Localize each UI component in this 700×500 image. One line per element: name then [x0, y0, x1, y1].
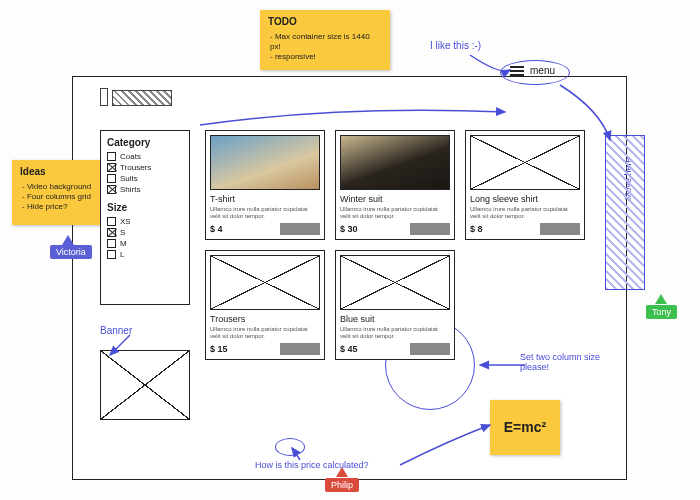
category-option[interactable]: Coats — [107, 152, 183, 161]
product-desc: Ullamco irure nulla pariatur cupidatat v… — [340, 326, 450, 339]
formula-text: E=mc² — [504, 419, 546, 437]
option-label: M — [120, 239, 127, 248]
product-card[interactable]: Long sleeve shirtUllamco irure nulla par… — [465, 130, 585, 240]
size-option[interactable]: XS — [107, 217, 183, 226]
product-price: $ 45 — [340, 344, 358, 354]
sticky-title: TODO — [268, 16, 382, 29]
header-placeholder — [100, 88, 172, 108]
filter-panel[interactable]: Category CoatsTrousersSuitsShirts Size X… — [100, 130, 190, 305]
product-desc: Ullamco irure nulla pariatur cupidatat v… — [210, 326, 320, 339]
sticky-title: Ideas — [20, 166, 99, 179]
checkbox-icon[interactable] — [107, 152, 116, 161]
option-label: XS — [120, 217, 131, 226]
sticky-note-formula[interactable]: E=mc² — [490, 400, 560, 455]
filter-heading-size: Size — [107, 202, 183, 213]
product-card[interactable]: Winter suitUllamco irure nulla pariatur … — [335, 130, 455, 240]
filter-heading-category: Category — [107, 137, 183, 148]
checkbox-icon[interactable] — [107, 250, 116, 259]
product-name: T-shirt — [210, 194, 320, 204]
product-name: Long sleeve shirt — [470, 194, 580, 204]
annotation-price[interactable]: How is this price calculated? — [255, 460, 369, 470]
product-price: $ 8 — [470, 224, 483, 234]
category-option[interactable]: Suits — [107, 174, 183, 183]
option-label: S — [120, 228, 125, 237]
ink-circle-price — [275, 438, 305, 456]
menu-label: menu — [530, 65, 555, 76]
product-card[interactable]: TrousersUllamco irure nulla pariatur cup… — [205, 250, 325, 360]
option-label: Coats — [120, 152, 141, 161]
sticky-note-ideas[interactable]: Ideas Video background Four columns grid… — [12, 160, 107, 225]
banner-placeholder[interactable] — [100, 350, 190, 420]
checkbox-icon[interactable] — [107, 228, 116, 237]
sticky-item: Four columns grid — [22, 192, 99, 202]
product-price: $ 30 — [340, 224, 358, 234]
cursor-victoria — [62, 235, 74, 245]
checkbox-icon[interactable] — [107, 217, 116, 226]
user-tag-tony[interactable]: Tony — [646, 305, 677, 319]
product-thumb — [340, 135, 450, 190]
product-card[interactable]: Blue suitUllamco irure nulla pariatur cu… — [335, 250, 455, 360]
user-tag-philip[interactable]: Philip — [325, 478, 359, 492]
option-label: Shirts — [120, 185, 140, 194]
product-thumb — [340, 255, 450, 310]
menu-chip[interactable]: menu — [510, 65, 555, 76]
product-name: Trousers — [210, 314, 320, 324]
sticky-item: Video background — [22, 182, 99, 192]
sticky-list: Video background Four columns grid Hide … — [20, 182, 99, 212]
buy-button-placeholder[interactable] — [280, 223, 320, 235]
hamburger-icon — [510, 66, 524, 76]
sticky-note-todo[interactable]: TODO Max container size is 1440 px! resp… — [260, 10, 390, 70]
sticky-list: Max container size is 1440 px! responsiv… — [268, 32, 382, 62]
buy-button-placeholder[interactable] — [280, 343, 320, 355]
checkbox-icon[interactable] — [107, 185, 116, 194]
product-grid: T-shirtUllamco irure nulla pariatur cupi… — [205, 130, 585, 360]
size-option[interactable]: S — [107, 228, 183, 237]
buy-button-placeholder[interactable] — [540, 223, 580, 235]
sticky-item: Hide price? — [22, 202, 99, 212]
checkbox-icon[interactable] — [107, 239, 116, 248]
product-price: $ 15 — [210, 344, 228, 354]
checkbox-icon[interactable] — [107, 174, 116, 183]
buy-button-placeholder[interactable] — [410, 343, 450, 355]
checkbox-icon[interactable] — [107, 163, 116, 172]
option-label: Trousers — [120, 163, 151, 172]
product-name: Blue suit — [340, 314, 450, 324]
move-target-panel[interactable] — [605, 135, 645, 290]
product-desc: Ullamco irure nulla pariatur cupidatat v… — [210, 206, 320, 219]
product-thumb — [210, 255, 320, 310]
option-label: Suits — [120, 174, 138, 183]
product-name: Winter suit — [340, 194, 450, 204]
category-option[interactable]: Trousers — [107, 163, 183, 172]
product-thumb — [210, 135, 320, 190]
sticky-item: responsive! — [270, 52, 382, 62]
option-label: L — [120, 250, 124, 259]
sticky-item: Max container size is 1440 px! — [270, 32, 382, 52]
buy-button-placeholder[interactable] — [410, 223, 450, 235]
annotation-banner[interactable]: Banner — [100, 325, 132, 336]
product-price: $ 4 — [210, 224, 223, 234]
user-tag-victoria[interactable]: Victoria — [50, 245, 92, 259]
product-card[interactable]: T-shirtUllamco irure nulla pariatur cupi… — [205, 130, 325, 240]
cursor-tony — [655, 294, 667, 304]
annotation-like[interactable]: I like this :-) — [430, 40, 481, 51]
size-option[interactable]: M — [107, 239, 183, 248]
product-thumb — [470, 135, 580, 190]
category-option[interactable]: Shirts — [107, 185, 183, 194]
size-option[interactable]: L — [107, 250, 183, 259]
product-desc: Ullamco irure nulla pariatur cupidatat v… — [340, 206, 450, 219]
product-desc: Ullamco irure nulla pariatur cupidatat v… — [470, 206, 580, 219]
